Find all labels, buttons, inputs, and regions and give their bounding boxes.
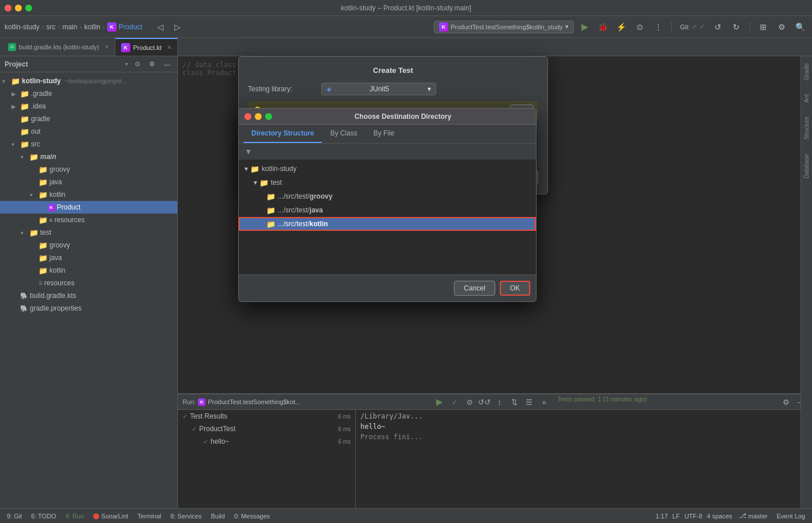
minimize-button[interactable] [15, 5, 22, 11]
tab-product[interactable]: K Product.kt ✕ [115, 38, 178, 56]
tree-label-main: main [40, 153, 56, 161]
redo-button[interactable]: ↻ [729, 20, 744, 34]
tree-item-java-test[interactable]: 📁 java [0, 251, 177, 264]
dest-close-btn[interactable] [244, 113, 251, 120]
tree-item-kotlin-main[interactable]: ▾ 📁 kotlin [0, 188, 177, 201]
dest-item-kotlin[interactable]: 📁 .../src/test/kotlin [239, 217, 536, 231]
status-run[interactable]: 4: Run [63, 513, 86, 520]
run-settings-button[interactable]: ⚙ [780, 396, 792, 408]
status-linesep: LF [673, 513, 680, 520]
run-sort2-button[interactable]: ⇅ [508, 396, 520, 408]
tree-item-src[interactable]: ▾ 📁 src [0, 138, 177, 150]
structure-side-label[interactable]: Structure [802, 114, 811, 142]
tab-gradle[interactable]: G build.gradle.kts (kotlin-study) ✕ [2, 38, 115, 56]
dest-tab-directory[interactable]: Directory Structure [243, 125, 322, 143]
run-config-selector[interactable]: K ProductTest.testSomething$kotlin_study… [434, 21, 574, 33]
breadcrumb-src[interactable]: src [46, 23, 56, 31]
breadcrumb-kotlin[interactable]: kotlin [84, 23, 100, 31]
run-item-product-test[interactable]: ✓ ProductTest 6 ms [178, 423, 355, 435]
coverage-button[interactable]: ⚡ [614, 20, 629, 34]
search-button[interactable]: 🔍 [792, 20, 807, 34]
run-config-dropdown-icon: ▾ [565, 23, 569, 30]
sidebar-minimize-btn[interactable]: — [161, 59, 173, 70]
tree-item-groovy-main[interactable]: 📁 groovy [0, 163, 177, 176]
dest-filter: ▼ [239, 144, 536, 160]
project-folder-icon: 📁 [11, 77, 20, 86]
testing-library-select[interactable]: ◈ JUnit5 ▾ [321, 83, 436, 95]
tab-gradle-close[interactable]: ✕ [104, 44, 109, 50]
back-button[interactable]: ◁ [153, 20, 168, 34]
run-rerun-button[interactable]: ↺↺ [478, 396, 491, 408]
breadcrumb-main[interactable]: main [63, 23, 77, 31]
sidebar-scope-btn[interactable]: ⊙ [131, 59, 143, 70]
dest-minimize-btn[interactable] [255, 113, 262, 120]
run-check-button[interactable]: ✓ [448, 396, 461, 408]
dest-tab-class[interactable]: By Class [322, 125, 365, 143]
close-button[interactable] [5, 5, 11, 11]
status-terminal[interactable]: Terminal [135, 513, 164, 520]
gradle-side-label[interactable]: Gradle [802, 61, 811, 83]
tree-item-build-gradle[interactable]: 🐘 build.gradle.kts [0, 289, 177, 302]
tree-item-kotlin-study[interactable]: ▾ 📁 kotlin-study ~/workspace/sgjung/st..… [0, 75, 177, 87]
status-event-log[interactable]: Event Log [774, 513, 807, 520]
breadcrumb-product[interactable]: Product [119, 23, 142, 31]
dest-cancel-button[interactable]: Cancel [454, 281, 495, 296]
tree-item-gradle-props[interactable]: 🐘 gradle.properties [0, 302, 177, 315]
tree-item-test[interactable]: ▾ 📁 test [0, 226, 177, 239]
run-stop-button[interactable]: ⊘ [463, 396, 476, 408]
tree-item-kotlin-test[interactable]: 📁 kotlin [0, 264, 177, 277]
tree-item-idea[interactable]: ▶ 📁 .idea [0, 100, 177, 113]
tree-item-java-main[interactable]: 📁 java [0, 176, 177, 188]
debug-button[interactable]: 🐞 [596, 20, 611, 34]
forward-button[interactable]: ▷ [170, 20, 185, 34]
status-sonarlint[interactable]: ⬤ SonarLint [91, 513, 130, 520]
undo-button[interactable]: ↺ [710, 20, 725, 34]
ant-side-label[interactable]: Ant [802, 92, 811, 105]
tree-item-resources-test[interactable]: ≡ resources [0, 277, 177, 289]
dest-item-test[interactable]: ▾ 📁 test [239, 176, 536, 189]
run-item-test-results[interactable]: ✓ Test Results 6 ms [178, 410, 355, 423]
tree-item-product[interactable]: K Product [0, 201, 177, 214]
tree-item-groovy-test[interactable]: 📁 groovy [0, 239, 177, 251]
tree-item-out[interactable]: 📁 out [0, 125, 177, 138]
window-title: kotlin-study – Product.kt [kotlin-study.… [341, 4, 471, 12]
dest-item-groovy[interactable]: 📁 .../src/test/groovy [239, 189, 536, 203]
tree-item-resources-main[interactable]: 📁 ≡ resources [0, 214, 177, 226]
run-button[interactable]: ▶ [577, 20, 592, 34]
run-sort-button[interactable]: ↕ [493, 396, 506, 408]
status-branch[interactable]: ⎇ master [737, 512, 770, 520]
layout-button[interactable]: ⊞ [756, 20, 771, 34]
dest-item-java[interactable]: 📁 .../src/test/java [239, 203, 536, 217]
dest-kotlin-study-label: kotlin-study [262, 165, 297, 173]
database-side-label[interactable]: Database [802, 152, 811, 181]
run-more-button[interactable]: » [538, 396, 550, 408]
status-messages[interactable]: 0: Messages [232, 513, 272, 520]
run-item-hello[interactable]: ✓ hello~ 6 ms [178, 435, 355, 448]
status-build[interactable]: Build [208, 513, 227, 520]
status-cursor: 1:17 [655, 513, 667, 520]
tree-item-main[interactable]: ▾ 📁 main [0, 150, 177, 163]
dest-tab-file[interactable]: By File [366, 125, 403, 143]
title-bar: kotlin-study – Product.kt [kotlin-study.… [0, 0, 812, 16]
status-todo[interactable]: 6: TODO [29, 513, 59, 520]
dest-item-kotlin-study[interactable]: ▾ 📁 kotlin-study [239, 162, 536, 176]
maximize-button[interactable] [25, 5, 32, 11]
dest-groovy-label: .../src/test/groovy [278, 192, 332, 200]
more-run-button[interactable]: ⋮ [651, 20, 666, 34]
settings-button[interactable]: ⚙ [774, 20, 789, 34]
run-play-button[interactable]: ▶ [433, 396, 446, 408]
tree-item-gradle[interactable]: 📁 gradle [0, 113, 177, 125]
kotlin-main-icon: 📁 [38, 191, 48, 199]
profile-button[interactable]: ⊙ [632, 20, 647, 34]
tree-item-gradle-dir[interactable]: ▶ 📁 .gradle [0, 87, 177, 100]
run-align-button[interactable]: ☰ [523, 396, 535, 408]
dest-maximize-btn[interactable] [265, 113, 272, 120]
status-git[interactable]: 9: Git [5, 513, 24, 520]
breadcrumb-project[interactable]: kotlin-study [5, 23, 40, 31]
dest-ok-button[interactable]: OK [500, 281, 530, 296]
tree-label-test: test [40, 228, 51, 237]
sidebar-gear-btn[interactable]: ⚙ [146, 59, 158, 70]
status-services[interactable]: 8: Services [168, 513, 204, 520]
tab-product-close[interactable]: ✕ [167, 44, 172, 51]
git-check2: ✓ [700, 23, 705, 30]
